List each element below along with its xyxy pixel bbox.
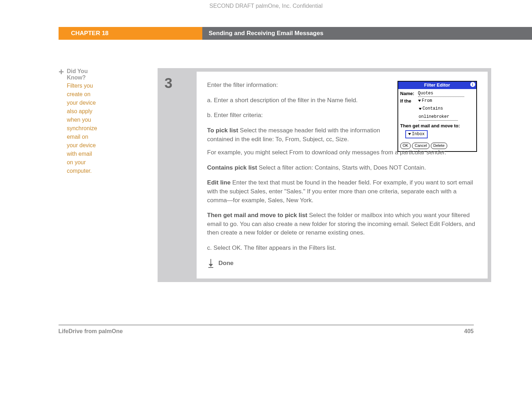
dropdown-icon [419, 108, 422, 110]
dropdown-icon [408, 133, 411, 135]
fe-inbox-pick: Inbox [405, 130, 428, 138]
fe-from: From [422, 98, 432, 104]
plus-icon: + [59, 68, 64, 75]
chapter-header-bar: CHAPTER 18 Sending and Receiving Email M… [0, 27, 532, 40]
step-panel: 3 Enter the filter information: a. Enter… [158, 68, 491, 282]
fe-then-label: Then get mail and move to: [400, 123, 474, 129]
sidebar: + Did You Know? Filters you create on yo… [0, 68, 97, 282]
fe-contains: Contains [423, 106, 443, 112]
fe-name-label: Name: [400, 90, 418, 97]
fe-inbox: Inbox [412, 131, 425, 137]
edit-text: Enter the text that must be found in the… [207, 179, 473, 203]
filter-editor-screenshot: Filter Editor i Name: Quotes If the [397, 81, 477, 152]
dyk-title: Did You Know? [67, 68, 97, 81]
step-intro: Enter the filter information: [207, 81, 390, 90]
chapter-text: CHAPTER 18 [59, 30, 109, 37]
page-footer: LifeDrive from palmOne 405 [59, 325, 474, 335]
down-arrow-icon [207, 259, 214, 268]
header-spacer [0, 27, 59, 40]
contains-label: Contains pick list [207, 164, 257, 171]
did-you-know: + Did You Know? Filters you create on yo… [59, 68, 97, 175]
done-row: Done [207, 259, 477, 268]
fe-contains-pick: Contains [419, 106, 443, 112]
step-content: Enter the filter information: a. Enter a… [197, 72, 488, 279]
chapter-label: CHAPTER 18 [59, 27, 202, 40]
contains-text: Select a filter action: Contains, Starts… [257, 164, 426, 171]
fe-name-value: Quotes [418, 90, 464, 97]
to-pick-label: To pick list [207, 127, 238, 134]
edit-label: Edit line [207, 179, 231, 186]
edit-para: Edit line Enter the text that must be fo… [207, 178, 477, 205]
chapter-title: Sending and Receiving Email Messages [202, 27, 532, 40]
footer-product: LifeDrive from palmOne [59, 328, 123, 335]
fe-from-pick: From [418, 98, 432, 104]
to-pick-para: To pick list Select the message header f… [207, 126, 390, 144]
footer-page-number: 405 [464, 328, 474, 335]
done-label: Done [219, 259, 234, 268]
then-label: Then get mail and move to pick list [207, 212, 307, 219]
step-number: 3 [161, 72, 197, 279]
to-pick-cont: For example, you might select From to do… [207, 148, 477, 157]
dyk-text: Filters you create on your device also a… [67, 82, 97, 175]
fe-title-text: Filter Editor [424, 82, 450, 88]
fe-title-bar: Filter Editor i [398, 82, 476, 89]
dropdown-icon [418, 100, 421, 102]
fe-value: onlinebroker [419, 114, 458, 120]
info-icon: i [470, 82, 475, 87]
then-para: Then get mail and move to pick list Sele… [207, 211, 477, 237]
confidential-header: SECOND DRAFT palmOne, Inc. Confidential [0, 0, 532, 27]
contains-para: Contains pick list Select a filter actio… [207, 164, 477, 172]
step-a: a. Enter a short description of the filt… [207, 96, 390, 105]
step-b: b. Enter filter criteria: [207, 111, 390, 120]
step-c: c. Select OK. The filter appears in the … [207, 244, 477, 253]
fe-if-label: If the [400, 98, 418, 105]
